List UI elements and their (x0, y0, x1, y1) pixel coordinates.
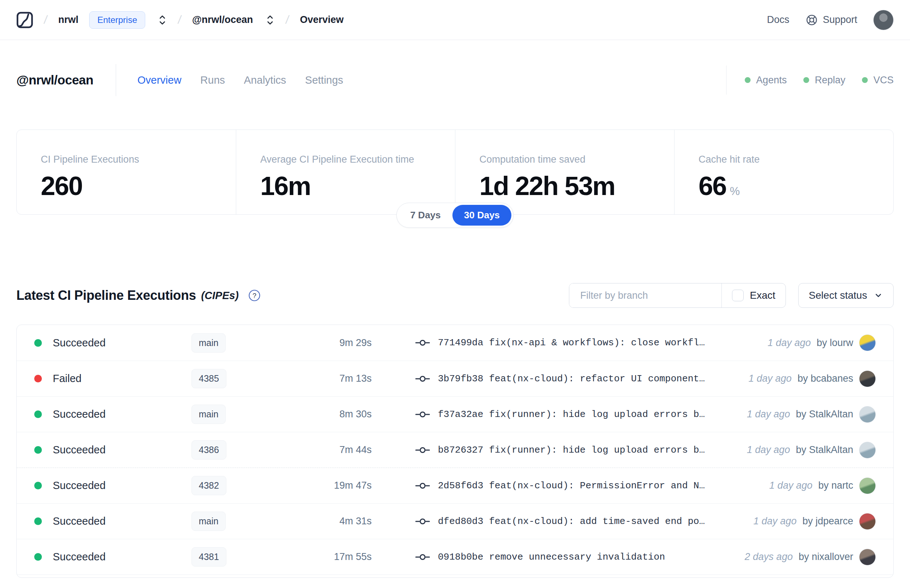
run-time-ago: 1 day ago (747, 409, 790, 420)
tab-overview[interactable]: Overview (137, 74, 181, 86)
top-nav: / nrwl Enterprise / @nrwl/ocean / Overvi… (0, 0, 910, 40)
section-title-suffix: (CIPEs) (201, 290, 238, 302)
branch-badge[interactable]: 4385 (191, 369, 226, 388)
stat-ci-pipeline-executions: CI Pipeline Executions 260 (17, 130, 236, 214)
exact-toggle[interactable]: Exact (721, 283, 786, 307)
git-commit-icon (415, 517, 430, 526)
workspace-tabs: Overview Runs Analytics Settings (137, 74, 343, 86)
tab-analytics[interactable]: Analytics (244, 74, 286, 86)
nx-cloud-logo-icon[interactable] (16, 11, 33, 28)
breadcrumb-org[interactable]: nrwl (58, 14, 79, 26)
status-agents[interactable]: Agents (745, 74, 787, 86)
branch-badge[interactable]: main (191, 333, 226, 352)
branch-badge[interactable]: main (191, 512, 226, 531)
range-7-days[interactable]: 7 Days (399, 205, 453, 226)
cipe-table: Succeeded main 9m 29s 771499da fix(nx-ap… (16, 325, 894, 578)
run-duration: 9m 29s (308, 337, 372, 349)
branch-badge[interactable]: main (191, 405, 226, 424)
branch-badge[interactable]: 4386 (191, 440, 226, 460)
table-row[interactable]: Succeeded main 4m 31s dfed80d3 feat(nx-c… (17, 503, 893, 539)
breadcrumb-workspace[interactable]: @nrwl/ocean (192, 14, 253, 26)
table-row[interactable]: Failed 4385 7m 13s 3b79fb38 feat(nx-clou… (17, 360, 893, 396)
commit-link[interactable]: 0918b0be remove unnecessary invalidation (415, 552, 745, 562)
git-commit-icon (415, 374, 430, 383)
commit-link[interactable]: 3b79fb38 feat(nx-cloud): refactor UI com… (415, 373, 748, 384)
help-icon[interactable]: ? (247, 289, 261, 302)
run-status-dot (34, 375, 42, 383)
run-status-label: Failed (53, 373, 82, 384)
enterprise-badge: Enterprise (89, 11, 145, 29)
commit-message: 2d58f6d3 feat(nx-cloud): PermissionError… (438, 480, 705, 491)
run-status-dot (34, 553, 42, 561)
svg-text:?: ? (252, 292, 256, 299)
author-avatar (859, 370, 876, 387)
git-commit-icon (415, 410, 430, 419)
run-author: by nartc (818, 480, 853, 491)
commit-link[interactable]: f37a32ae fix(runner): hide log upload er… (415, 409, 747, 420)
run-time-ago: 1 day ago (768, 337, 811, 349)
table-row[interactable]: Succeeded main 9m 29s 771499da fix(nx-ap… (17, 325, 893, 360)
branch-filter-input[interactable] (569, 283, 721, 307)
run-author: by lourw (816, 337, 853, 349)
run-author: by nixallover (798, 551, 853, 562)
docs-link[interactable]: Docs (767, 14, 789, 26)
run-status-dot (34, 446, 42, 454)
commit-link[interactable]: 771499da fix(nx-api & workflows): close … (415, 337, 768, 348)
branch-badge[interactable]: 4382 (191, 476, 226, 495)
tab-settings[interactable]: Settings (305, 74, 343, 86)
commit-link[interactable]: dfed80d3 feat(nx-cloud): add time-saved … (415, 516, 753, 527)
breadcrumb-separator: / (43, 13, 48, 27)
run-status-dot (34, 517, 42, 525)
table-row[interactable]: Succeeded 4382 19m 47s 2d58f6d3 feat(nx-… (17, 468, 893, 503)
range-30-days[interactable]: 30 Days (453, 205, 511, 226)
run-status-label: Succeeded (53, 337, 105, 349)
run-time-ago: 1 day ago (769, 480, 813, 491)
table-row[interactable]: Succeeded 4386 7m 44s b8726327 fix(runne… (17, 432, 893, 468)
run-time-ago: 1 day ago (747, 444, 790, 456)
status-vcs[interactable]: VCS (862, 74, 894, 86)
run-author: by StalkAltan (796, 444, 853, 456)
run-duration: 7m 13s (308, 373, 372, 384)
breadcrumb-page: Overview (300, 14, 344, 26)
git-commit-icon (415, 445, 430, 455)
run-time-ago: 1 day ago (748, 373, 792, 384)
run-author: by StalkAltan (796, 409, 853, 420)
section-title: Latest CI Pipeline Executions (16, 288, 196, 303)
org-switcher-icon[interactable] (158, 14, 167, 26)
run-duration: 17m 55s (308, 551, 372, 562)
table-row[interactable]: Succeeded 4381 17m 55s 0918b0be remove u… (17, 539, 893, 575)
commit-link[interactable]: 2d58f6d3 feat(nx-cloud): PermissionError… (415, 480, 769, 491)
commit-message: 3b79fb38 feat(nx-cloud): refactor UI com… (438, 373, 705, 384)
table-row (17, 575, 893, 577)
author-avatar (859, 477, 876, 494)
stat-average-execution-time: Average CI Pipeline Execution time 16m (236, 130, 455, 214)
commit-link[interactable]: b8726327 fix(runner): hide log upload er… (415, 445, 747, 456)
stat-cache-hit-rate: Cache hit rate 66% (674, 130, 893, 214)
table-row[interactable]: Succeeded main 8m 30s f37a32ae fix(runne… (17, 396, 893, 432)
exact-checkbox[interactable] (732, 290, 744, 301)
author-avatar (859, 334, 876, 351)
run-status-label: Succeeded (53, 551, 105, 563)
user-avatar[interactable] (873, 10, 894, 30)
run-status-label: Succeeded (53, 444, 105, 456)
commit-message: 771499da fix(nx-api & workflows): close … (438, 337, 705, 348)
tab-runs[interactable]: Runs (200, 74, 225, 86)
run-duration: 19m 47s (308, 480, 372, 491)
branch-badge[interactable]: 4381 (191, 547, 226, 567)
run-author: by jdpearce (802, 515, 853, 527)
run-duration: 8m 30s (308, 409, 372, 420)
run-time-ago: 2 days ago (745, 551, 793, 562)
run-status-dot (34, 482, 42, 489)
status-select-dropdown[interactable]: Select status (798, 283, 894, 308)
run-duration: 7m 44s (308, 444, 372, 456)
commit-message: f37a32ae fix(runner): hide log upload er… (438, 409, 705, 420)
support-link[interactable]: Support (805, 13, 857, 27)
workspace-switcher-icon[interactable] (265, 14, 275, 26)
status-replay[interactable]: Replay (803, 74, 845, 86)
page-title: @nrwl/ocean (16, 73, 93, 87)
workspace-header: @nrwl/ocean Overview Runs Analytics Sett… (0, 64, 910, 96)
author-avatar (859, 442, 876, 459)
green-status-dot (803, 77, 809, 83)
run-status-dot (34, 339, 42, 347)
stats-card: CI Pipeline Executions 260 Average CI Pi… (16, 129, 894, 215)
